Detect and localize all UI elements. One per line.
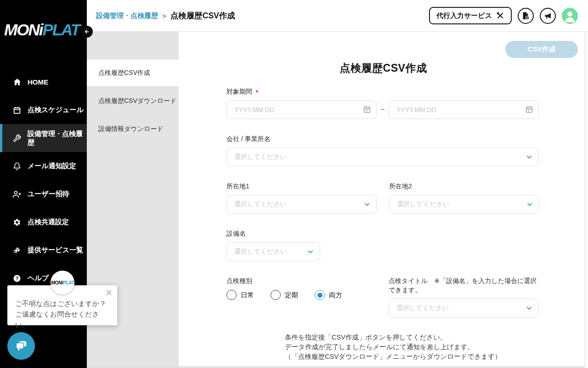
chevron-down-icon bbox=[526, 305, 532, 311]
gear-icon bbox=[12, 218, 22, 227]
select-placeholder: 選択してください bbox=[397, 200, 449, 209]
sidebar-item-label: HOME bbox=[28, 78, 48, 86]
logo-moni: MONi bbox=[4, 21, 42, 39]
chat-popup-message: ご不明な点はございますか？ご遠慮なくお問合せください。 bbox=[15, 298, 110, 330]
csv-create-button[interactable]: CSV作成 bbox=[505, 41, 578, 58]
chevron-down-icon bbox=[526, 154, 532, 160]
radio-label: 定期 bbox=[285, 291, 298, 300]
inspection-type-field: 点検種別 日常 定期 両方 bbox=[226, 276, 376, 300]
radio-daily[interactable]: 日常 bbox=[226, 290, 254, 300]
chevron-down-icon bbox=[526, 201, 533, 208]
sidebar-item-common-settings[interactable]: 点検共通設定 bbox=[0, 208, 87, 236]
announcements-button[interactable] bbox=[540, 8, 556, 24]
proxy-button-label: 代行入力サービス bbox=[436, 11, 492, 20]
end-date-field bbox=[389, 100, 539, 119]
chevron-down-icon bbox=[307, 249, 314, 255]
type-title-group: 点検種別 日常 定期 両方 bbox=[226, 276, 539, 317]
sidebar-item-mail-settings[interactable]: メール通知設定 bbox=[0, 152, 87, 180]
chat-launcher-button[interactable] bbox=[7, 332, 35, 360]
equipment-group: 設備名 選択してください bbox=[226, 229, 539, 261]
csv-create-form: 対象期間★ bbox=[226, 87, 539, 362]
document-check-icon bbox=[521, 11, 530, 20]
required-mark: ★ bbox=[255, 89, 259, 94]
vertical-scrollbar[interactable] bbox=[584, 32, 588, 368]
subnav-item-csv-download[interactable]: 点検履歴CSVダウンロード bbox=[87, 87, 179, 115]
proxy-input-service-button[interactable]: 代行入力サービス bbox=[429, 7, 512, 24]
sidebar-item-label: 設備管理・点検履歴 bbox=[28, 130, 87, 147]
company-group: 会社 / 事業所名 選択してください bbox=[226, 134, 539, 166]
inspection-type-radios: 日常 定期 両方 bbox=[226, 290, 376, 300]
inspection-title-label: 点検タイトル ※「設備名」を入力した場合に選択できます。 bbox=[389, 276, 540, 294]
inspection-type-label: 点検種別 bbox=[226, 276, 376, 285]
sidebar-item-label: 点検共通設定 bbox=[28, 218, 69, 226]
breadcrumb: 設備管理・点検履歴 > 点検履歴CSV作成 bbox=[96, 10, 235, 21]
note-line: データ作成が完了しましたらメールにて通知を差し上げます。 bbox=[285, 342, 539, 352]
note-line: 条件を指定後「CSV作成」ボタンを押してください。 bbox=[285, 333, 539, 342]
location2-label: 所在地2 bbox=[389, 181, 539, 191]
start-date-input[interactable] bbox=[226, 100, 377, 119]
sidebar-item-schedule[interactable]: 点検スケジュール bbox=[0, 96, 87, 124]
subnav-item-equipment-download[interactable]: 設備情報ダウンロード bbox=[87, 115, 179, 143]
radio-label: 日常 bbox=[241, 291, 254, 300]
subnav-item-csv-create[interactable]: 点検履歴CSV作成 bbox=[87, 59, 179, 87]
primary-nav: HOME 点検スケジュール 設備管理・点検履歴 bbox=[0, 68, 87, 292]
select-placeholder: 選択してください bbox=[234, 153, 287, 161]
chat-bubbles-icon bbox=[14, 339, 28, 353]
company-select[interactable]: 選択してください bbox=[226, 147, 539, 166]
chat-avatar-logo-plat: PLAT bbox=[62, 280, 74, 285]
range-separator: ~ bbox=[377, 106, 389, 114]
sidebar-item-home[interactable]: HOME bbox=[0, 68, 87, 96]
header-actions: 代行入力サービス bbox=[429, 7, 578, 24]
equipment-select[interactable]: 選択してください bbox=[226, 242, 320, 261]
location2-select[interactable]: 選択してください bbox=[389, 195, 539, 214]
horizontal-scrollbar[interactable] bbox=[87, 366, 584, 368]
sidebar-item-label: 提供サービス一覧 bbox=[28, 246, 83, 255]
help-icon: ? bbox=[12, 274, 22, 283]
location1-select[interactable]: 選択してください bbox=[226, 195, 377, 214]
bell-icon bbox=[12, 162, 22, 171]
calendar-icon[interactable] bbox=[363, 105, 371, 113]
sidebar-item-label: メール通知設定 bbox=[28, 162, 76, 170]
user-avatar[interactable] bbox=[562, 8, 578, 24]
page-title: 点検履歴CSV作成 bbox=[179, 61, 588, 75]
radio-periodic[interactable]: 定期 bbox=[271, 290, 298, 300]
sidebar-item-user-invite[interactable]: ユーザー招待 bbox=[0, 180, 87, 208]
sidebar-item-services[interactable]: 提供サービス一覧 bbox=[0, 236, 87, 264]
secondary-nav: 点検履歴CSV作成 点検履歴CSVダウンロード 設備情報ダウンロード bbox=[87, 59, 179, 143]
person-icon bbox=[562, 8, 578, 24]
document-check-button[interactable] bbox=[518, 8, 534, 24]
breadcrumb-current: 点検履歴CSV作成 bbox=[170, 10, 235, 21]
period-label-text: 対象期間 bbox=[226, 88, 252, 95]
radio-circle-icon bbox=[226, 290, 237, 300]
note-line: （「点検履歴CSVダウンロード」メニューからダウンロードできます） bbox=[285, 352, 539, 362]
chat-popup-close-button[interactable] bbox=[105, 289, 113, 297]
wrench-icon bbox=[12, 134, 22, 143]
sidebar-item-label: ヘルプ bbox=[28, 274, 49, 283]
chat-avatar-logo-moni: MONi bbox=[51, 280, 62, 285]
equipment-label: 設備名 bbox=[226, 229, 539, 238]
location2-field: 所在地2 選択してください bbox=[389, 181, 539, 214]
top-header: 設備管理・点検履歴 > 点検履歴CSV作成 代行入力サービス bbox=[87, 0, 588, 32]
sidebar-item-equipment[interactable]: 設備管理・点検履歴 bbox=[0, 124, 87, 152]
period-group: 対象期間★ bbox=[226, 87, 539, 119]
end-date-input[interactable] bbox=[389, 100, 539, 119]
chat-brand-avatar: MONiPLAT bbox=[51, 271, 74, 294]
calendar-icon[interactable] bbox=[525, 105, 533, 113]
location-group: 所在地1 選択してください 所在地2 選択してください bbox=[226, 181, 539, 214]
inspection-title-select[interactable]: 選択してください bbox=[389, 299, 539, 317]
moniplat-logo: MONiPLAT bbox=[0, 0, 87, 39]
arrow-left-icon bbox=[84, 28, 90, 35]
select-placeholder: 選択してください bbox=[234, 200, 287, 209]
company-label: 会社 / 事業所名 bbox=[226, 134, 539, 143]
breadcrumb-parent-link[interactable]: 設備管理・点検履歴 bbox=[96, 11, 158, 20]
radio-both[interactable]: 両方 bbox=[315, 290, 342, 300]
radio-label: 両方 bbox=[329, 291, 342, 300]
app-root: 設備管理・点検履歴 > 点検履歴CSV作成 代行入力サービス bbox=[0, 0, 588, 368]
radio-circle-icon bbox=[271, 290, 281, 300]
inspection-title-field: 点検タイトル ※「設備名」を入力した場合に選択できます。 選択してください bbox=[389, 276, 539, 317]
sidebar-collapse-button[interactable] bbox=[81, 26, 93, 38]
logo-plat: PLAT bbox=[42, 21, 79, 39]
sidebar-item-label: 点検スケジュール bbox=[28, 106, 84, 114]
location1-label: 所在地1 bbox=[226, 181, 377, 191]
location1-field: 所在地1 選択してください bbox=[226, 181, 377, 214]
